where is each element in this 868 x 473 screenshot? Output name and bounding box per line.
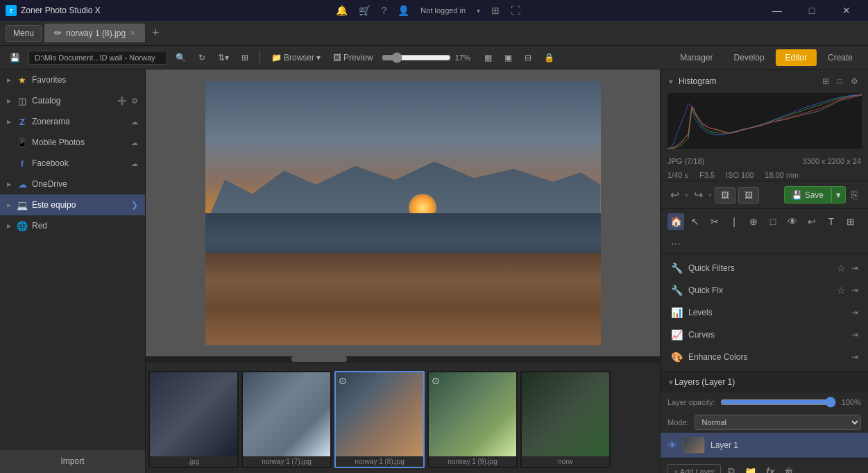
- levels-export-icon[interactable]: ⇥: [851, 308, 858, 317]
- layer-thumbnail: [683, 437, 705, 454]
- filter-section: 🔧 Quick Filters ☆ ⇥ 🔧 Quick Fix ☆ ⇥ 📊 Le…: [661, 254, 868, 371]
- preview-button[interactable]: 🖼 Preview: [329, 51, 377, 65]
- close-button[interactable]: ✕: [831, 0, 862, 21]
- notification-icon[interactable]: 🔔: [333, 2, 350, 19]
- maximize-button[interactable]: □: [796, 0, 828, 21]
- quick-filters-star-icon[interactable]: ☆: [837, 263, 846, 274]
- save-dropdown-button[interactable]: ▾: [831, 186, 846, 204]
- photo-action-button-2[interactable]: 🖼: [738, 187, 759, 204]
- filter-curves[interactable]: 📈 Curves ⇥: [661, 324, 868, 346]
- add-layer-button[interactable]: + Add Layer: [667, 464, 721, 474]
- help-icon[interactable]: ?: [379, 2, 390, 19]
- effects-icon[interactable]: fx: [763, 463, 777, 474]
- home-button[interactable]: 💾: [6, 51, 24, 65]
- redo-button[interactable]: ↪: [691, 185, 706, 204]
- mode-select[interactable]: Normal Multiply Screen Overlay: [695, 415, 861, 430]
- tab-manager[interactable]: Manager: [670, 49, 722, 66]
- crop-tool-button[interactable]: ✂: [706, 213, 723, 230]
- sidebar-item-este-equipo[interactable]: ▶ 💻 Este equipo ❯: [0, 194, 145, 215]
- filmstrip-thumb-3[interactable]: ⊙ norway 1 (9).jpg: [427, 371, 518, 468]
- mode-label: Mode:: [667, 418, 689, 426]
- save-button[interactable]: 💾 Save: [784, 186, 831, 204]
- not-logged-in-label[interactable]: Not logged in: [418, 3, 468, 17]
- sidebar-item-facebook[interactable]: f Facebook ☁: [0, 153, 145, 174]
- user-icon[interactable]: 👤: [395, 2, 412, 19]
- fullscreen-icon[interactable]: ⛶: [508, 2, 523, 19]
- thumb-label-1: norway 1 (7).jpg: [243, 456, 330, 467]
- enhance-colors-export-icon[interactable]: ⇥: [851, 352, 858, 362]
- rectangle-tool-button[interactable]: □: [765, 213, 781, 230]
- scrollbar-thumb[interactable]: [291, 356, 347, 362]
- quick-fix-export-icon[interactable]: ⇥: [851, 285, 858, 295]
- grid1-button[interactable]: ▦: [480, 51, 496, 65]
- grid-tool-button[interactable]: ⊞: [842, 213, 859, 230]
- sidebar-item-catalog[interactable]: ▶ ◫ Catalog ➕ ⚙: [0, 90, 145, 111]
- filter-enhance-colors[interactable]: 🎨 Enhance Colors ⇥: [661, 346, 868, 368]
- histogram-settings-icon[interactable]: ⊞: [819, 75, 832, 88]
- layer-item-1[interactable]: 👁 Layer 1: [661, 433, 868, 458]
- stamp-tool-button[interactable]: ↩: [803, 213, 820, 230]
- sidebar-item-red[interactable]: ▶ 🌐 Red: [0, 215, 145, 236]
- chevron-down-icon[interactable]: ▾: [474, 4, 483, 17]
- select-tool-button[interactable]: ↖: [687, 213, 704, 230]
- copy-layer-icon[interactable]: ⧉: [725, 463, 738, 473]
- opacity-label: Layer opacity:: [667, 398, 715, 406]
- filmstrip-thumb-1[interactable]: norway 1 (7).jpg: [241, 371, 332, 468]
- share-button[interactable]: ⎘: [849, 186, 861, 204]
- store-icon[interactable]: 🛒: [356, 2, 373, 19]
- curves-icon: 📈: [670, 329, 683, 341]
- more-tool-button[interactable]: …: [667, 233, 684, 249]
- straighten-tool-button[interactable]: |: [726, 213, 742, 230]
- monitor-icon[interactable]: ⊞: [488, 2, 502, 19]
- minimize-button[interactable]: —: [761, 0, 793, 21]
- lock-button[interactable]: 🔒: [540, 51, 559, 65]
- onedrive-label: OneDrive: [32, 179, 138, 189]
- delete-layer-icon[interactable]: 🗑: [781, 463, 797, 474]
- histogram-view-icon[interactable]: □: [835, 75, 845, 88]
- tab-close-button[interactable]: ✕: [130, 29, 135, 37]
- tab-norway[interactable]: ✏ norway 1 (8).jpg ✕: [44, 24, 145, 42]
- sidebar-item-onedrive[interactable]: ▶ ☁ OneDrive: [0, 174, 145, 194]
- home-tool-button[interactable]: 🏠: [667, 213, 684, 230]
- browser-button[interactable]: 📁 Browser ▾: [267, 51, 325, 65]
- quick-fix-star-icon[interactable]: ☆: [837, 285, 846, 296]
- add-tab-button[interactable]: +: [148, 26, 164, 40]
- layers-header[interactable]: ▼ Layers (Layer 1): [661, 372, 868, 392]
- catalog-settings-icon[interactable]: ⚙: [131, 97, 138, 106]
- sidebar-item-favorites[interactable]: ▶ ★ Favorites: [0, 69, 145, 90]
- layer-visibility-icon[interactable]: 👁: [667, 440, 677, 451]
- folder-layer-icon[interactable]: 📁: [742, 463, 759, 474]
- refresh-button[interactable]: ↻: [194, 51, 210, 65]
- histogram-options-icon[interactable]: ⚙: [848, 75, 861, 88]
- clone-tool-button[interactable]: ⊕: [745, 213, 762, 230]
- sidebar-item-mobile-photos[interactable]: 📱 Mobile Photos ☁: [0, 132, 145, 153]
- filter-quick-fix[interactable]: 🔧 Quick Fix ☆ ⇥: [661, 279, 868, 301]
- horizontal-scrollbar[interactable]: [146, 356, 660, 362]
- tab-editor[interactable]: Editor: [776, 49, 817, 66]
- search-button[interactable]: 🔍: [171, 51, 190, 65]
- grid2-button[interactable]: ▣: [500, 51, 516, 65]
- curves-export-icon[interactable]: ⇥: [851, 330, 858, 340]
- filmstrip-thumb-0[interactable]: .jpg: [148, 371, 239, 468]
- zoom-slider[interactable]: [382, 52, 451, 63]
- grid3-button[interactable]: ⊟: [520, 51, 536, 65]
- sort-button[interactable]: ⇅▾: [214, 51, 233, 65]
- photo-action-button-1[interactable]: 🖼: [715, 187, 735, 204]
- filmstrip-thumb-2[interactable]: ⊙ norway 1 (8).jpg: [334, 371, 425, 468]
- filmstrip-thumb-4[interactable]: norw: [520, 371, 611, 468]
- text-tool-button[interactable]: T: [823, 213, 840, 230]
- tab-develop[interactable]: Develop: [724, 49, 774, 66]
- filter-quick-filters[interactable]: 🔧 Quick Filters ☆ ⇥: [661, 257, 868, 279]
- histogram-header[interactable]: ▼ Histogram ⊞ □ ⚙: [661, 69, 868, 93]
- folder-button[interactable]: ⊞: [237, 51, 253, 65]
- undo-button[interactable]: ↩: [667, 185, 682, 204]
- filter-levels[interactable]: 📊 Levels ⇥: [661, 301, 868, 324]
- eye-tool-button[interactable]: 👁: [784, 213, 801, 230]
- import-button[interactable]: Import: [0, 449, 145, 473]
- tab-create[interactable]: Create: [818, 49, 862, 66]
- sidebar-item-zonerama[interactable]: ▶ Z Zonerama ☁: [0, 111, 145, 132]
- menu-button[interactable]: Menu: [6, 25, 42, 42]
- catalog-add-icon[interactable]: ➕: [117, 97, 127, 106]
- opacity-slider[interactable]: [720, 397, 835, 408]
- quick-filters-export-icon[interactable]: ⇥: [851, 263, 858, 273]
